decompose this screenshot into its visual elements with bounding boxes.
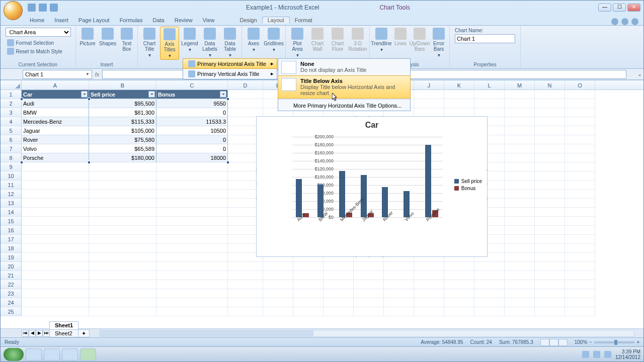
- tab-layout[interactable]: Layout: [262, 17, 290, 24]
- row-header[interactable]: 9: [1, 162, 22, 171]
- cell[interactable]: [505, 307, 535, 316]
- column-header[interactable]: B: [89, 81, 156, 89]
- cell[interactable]: [565, 180, 595, 190]
- cell[interactable]: Mercedes-Benz: [22, 117, 89, 126]
- cell[interactable]: [156, 298, 228, 307]
- cell[interactable]: [22, 262, 89, 271]
- data-labels-button[interactable]: Data Labels▾: [200, 27, 219, 59]
- sheet-nav-first-icon[interactable]: ⏮: [22, 330, 29, 337]
- cell[interactable]: [444, 262, 474, 271]
- cell[interactable]: [89, 235, 156, 244]
- cell[interactable]: [156, 271, 228, 280]
- tab-review[interactable]: Review: [170, 17, 198, 23]
- zoom-slider[interactable]: [594, 341, 634, 343]
- cell[interactable]: [474, 280, 505, 289]
- tab-formulas[interactable]: Formulas: [115, 17, 148, 23]
- cell[interactable]: [474, 289, 505, 298]
- tab-design[interactable]: Design: [234, 17, 262, 23]
- tray-volume-icon[interactable]: [604, 351, 611, 358]
- cell[interactable]: [505, 289, 535, 298]
- filter-dropdown-icon[interactable]: [220, 91, 226, 98]
- name-box[interactable]: Chart 1▼: [23, 70, 92, 79]
- row-header[interactable]: 5: [1, 126, 22, 135]
- cell[interactable]: [565, 217, 595, 226]
- tray-flag-icon[interactable]: [582, 351, 589, 358]
- tab-format[interactable]: Format: [290, 17, 317, 23]
- cell[interactable]: [228, 99, 263, 108]
- cell[interactable]: [535, 144, 565, 153]
- cell[interactable]: [444, 307, 474, 316]
- legend-button[interactable]: Legend▾: [180, 27, 199, 53]
- row-header[interactable]: 25: [1, 307, 22, 316]
- column-header[interactable]: K: [444, 81, 474, 89]
- taskbar-media-icon[interactable]: [62, 348, 78, 360]
- cell[interactable]: [565, 235, 595, 244]
- taskbar-excel-icon[interactable]: [80, 348, 96, 360]
- view-layout-icon[interactable]: [549, 339, 558, 346]
- cell[interactable]: [535, 226, 565, 235]
- cell[interactable]: [156, 280, 228, 289]
- cell[interactable]: [565, 289, 595, 298]
- chart-wall-button[interactable]: Chart Wall: [308, 27, 327, 53]
- row-header[interactable]: 8: [1, 153, 22, 162]
- cell[interactable]: [384, 307, 414, 316]
- trendline-button[interactable]: Trendline▾: [372, 27, 391, 53]
- cell[interactable]: [565, 307, 595, 316]
- cell[interactable]: [505, 271, 535, 280]
- cell[interactable]: [414, 289, 444, 298]
- cell[interactable]: [156, 171, 228, 180]
- cell[interactable]: [565, 271, 595, 280]
- selection-dropdown[interactable]: Chart Area: [6, 28, 71, 37]
- plot-area-button[interactable]: Plot Area▾: [288, 27, 307, 59]
- row-header[interactable]: 13: [1, 199, 22, 208]
- cell[interactable]: [324, 289, 354, 298]
- cell[interactable]: [474, 271, 505, 280]
- cell[interactable]: [156, 190, 228, 199]
- textbox-button[interactable]: Text Box: [118, 27, 135, 53]
- tray-network-icon[interactable]: [593, 351, 600, 358]
- cell[interactable]: [263, 271, 293, 280]
- fx-icon[interactable]: fx: [92, 71, 102, 77]
- cell[interactable]: [565, 298, 595, 307]
- maximize-button[interactable]: ☐: [613, 4, 626, 12]
- column-header[interactable]: O: [565, 81, 595, 89]
- primary-horizontal-axis-title-item[interactable]: Primary Horizontal Axis Title▸: [183, 58, 277, 69]
- gridlines-button[interactable]: Gridlines▾: [264, 27, 283, 53]
- cell[interactable]: [535, 162, 565, 171]
- cell[interactable]: 11533.3: [156, 117, 228, 126]
- updown-button[interactable]: Up/Down Bars: [410, 27, 429, 53]
- cell[interactable]: 0: [156, 135, 228, 144]
- cell[interactable]: [22, 307, 89, 316]
- row-header[interactable]: 1: [1, 90, 22, 99]
- axes-button[interactable]: Axes▾: [244, 27, 263, 53]
- cell[interactable]: $180,000: [89, 153, 156, 162]
- cell[interactable]: [414, 99, 444, 108]
- cell[interactable]: [505, 235, 535, 244]
- cell[interactable]: [565, 226, 595, 235]
- cell[interactable]: [156, 208, 228, 217]
- cell[interactable]: [444, 280, 474, 289]
- format-selection-button[interactable]: Format Selection: [6, 39, 71, 47]
- cell[interactable]: [535, 171, 565, 180]
- cell[interactable]: [89, 280, 156, 289]
- view-break-icon[interactable]: [558, 339, 568, 346]
- cell[interactable]: [263, 307, 293, 316]
- cell[interactable]: [535, 117, 565, 126]
- cell[interactable]: [384, 271, 414, 280]
- cell[interactable]: [474, 262, 505, 271]
- cell[interactable]: [354, 289, 384, 298]
- row-header[interactable]: 16: [1, 226, 22, 235]
- taskbar-ie-icon[interactable]: [26, 348, 42, 360]
- cell[interactable]: [22, 271, 89, 280]
- cell[interactable]: [22, 280, 89, 289]
- cell[interactable]: [565, 199, 595, 208]
- row-header[interactable]: 4: [1, 117, 22, 126]
- cell[interactable]: [156, 244, 228, 253]
- cell[interactable]: [535, 126, 565, 135]
- cell[interactable]: [324, 307, 354, 316]
- data-table-button[interactable]: Data Table▾: [220, 27, 239, 59]
- cell[interactable]: [293, 298, 324, 307]
- cell[interactable]: [22, 162, 89, 171]
- cell[interactable]: [263, 262, 293, 271]
- cell[interactable]: 0: [156, 144, 228, 153]
